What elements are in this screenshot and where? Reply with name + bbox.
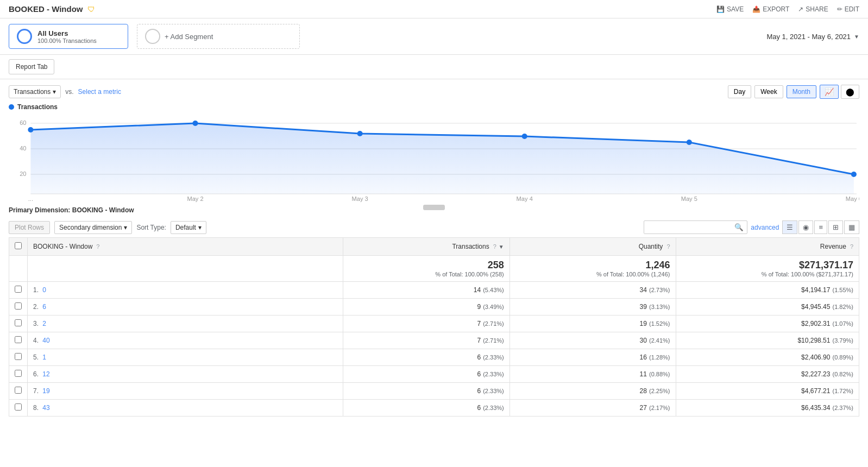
- time-controls: Day Week Month 📈 ⬤: [728, 85, 859, 99]
- chart-point: [357, 131, 363, 136]
- totals-rev-cell: $271,371.17 % of Total: 100.00% ($271,37…: [676, 256, 859, 282]
- row-trans-pct: (2.33%): [483, 354, 504, 361]
- date-range-picker[interactable]: May 1, 2021 - May 6, 2021 ▼: [766, 33, 859, 41]
- svg-text:20: 20: [20, 171, 26, 177]
- view-buttons: ☰ ◉ ≡ ⊞ ▦: [782, 220, 859, 234]
- line-chart-button[interactable]: 📈: [820, 85, 839, 99]
- row-number: 7.: [33, 387, 39, 395]
- plot-rows-button: Plot Rows: [9, 221, 50, 234]
- row-dim-value[interactable]: 19: [42, 387, 49, 395]
- row-dim-value[interactable]: 0: [42, 286, 46, 294]
- row-dim-value[interactable]: 2: [42, 320, 46, 327]
- row-trans-pct: (3.49%): [483, 304, 504, 310]
- metric-selector: Transactions ▾ vs. Select a metric: [9, 85, 121, 98]
- select-all-checkbox[interactable]: [15, 242, 22, 249]
- row-checkbox[interactable]: [15, 403, 22, 411]
- row-trans-cell: 7(2.71%): [343, 315, 510, 332]
- date-range-text: May 1, 2021 - May 6, 2021: [766, 33, 851, 41]
- row-checkbox[interactable]: [15, 286, 22, 293]
- row-qty-cell: 34(2.73%): [510, 282, 676, 299]
- total-revenue: $271,371.17: [799, 260, 853, 270]
- row-number: 4.: [33, 337, 39, 344]
- rev-help-icon[interactable]: ?: [850, 243, 853, 250]
- report-tab-button[interactable]: Report Tab: [9, 59, 54, 74]
- micro-view-button[interactable]: ▦: [844, 220, 859, 234]
- week-button[interactable]: Week: [754, 85, 783, 98]
- row-checkbox[interactable]: [15, 302, 22, 310]
- row-checkbox[interactable]: [15, 319, 22, 326]
- edit-button[interactable]: ✏ EDIT: [837, 5, 859, 13]
- data-view-button[interactable]: ☰: [782, 220, 797, 234]
- svg-text:May 2: May 2: [187, 195, 203, 202]
- row-rev-pct: (1.55%): [832, 287, 853, 293]
- month-button[interactable]: Month: [787, 85, 816, 98]
- sort-type-label: Sort Type:: [136, 224, 166, 231]
- day-button[interactable]: Day: [728, 85, 751, 98]
- row-number: 2.: [33, 303, 39, 311]
- row-dim-cell: 8. 43: [28, 400, 343, 416]
- qty-help-icon[interactable]: ?: [666, 243, 670, 250]
- total-quantity: 1,246: [645, 260, 670, 270]
- row-dim-cell: 5. 1: [28, 349, 343, 366]
- segment-circle: [17, 29, 32, 44]
- export-button[interactable]: 📤 EXPORT: [752, 5, 789, 13]
- advanced-link[interactable]: advanced: [751, 224, 779, 231]
- row-dim-value[interactable]: 40: [42, 337, 49, 344]
- table-section: Primary Dimension: BOOKING - Window Plot…: [0, 202, 868, 416]
- segment-sub: 100.00% Transactions: [37, 37, 97, 44]
- row-trans-pct: (2.71%): [483, 337, 504, 344]
- row-dim-value[interactable]: 1: [42, 354, 46, 361]
- row-qty-cell: 28(2.25%): [510, 383, 676, 400]
- row-dim-value[interactable]: 43: [42, 404, 49, 412]
- trans-help-icon[interactable]: ?: [493, 243, 496, 250]
- dropdown-chevron-icon: ▾: [124, 224, 127, 231]
- select-metric-link[interactable]: Select a metric: [78, 88, 121, 96]
- row-trans-cell: 9(3.49%): [343, 299, 510, 315]
- row-checkbox[interactable]: [15, 336, 22, 343]
- table-row: 6. 12 6(2.33%) 11(0.88%) $2,227.23(0.82%…: [9, 366, 859, 383]
- row-number: 6.: [33, 370, 39, 378]
- app-title: BOOKED - Window: [9, 4, 83, 14]
- transactions-column-header[interactable]: Transactions ? ▼: [343, 238, 510, 256]
- chart-scroll-handle[interactable]: [423, 205, 445, 210]
- row-check-cell: [9, 400, 28, 416]
- chart-legend: Transactions: [9, 101, 859, 115]
- save-button[interactable]: 💾 SAVE: [716, 5, 744, 13]
- row-qty-pct: (2.41%): [649, 337, 670, 344]
- row-qty-pct: (1.28%): [649, 354, 670, 361]
- search-input[interactable]: [644, 222, 731, 234]
- all-users-segment[interactable]: All Users 100.00% Transactions: [9, 24, 128, 49]
- row-rev-cell: $2,902.31(1.07%): [676, 315, 859, 332]
- row-checkbox[interactable]: [15, 370, 22, 377]
- row-rev-pct: (3.79%): [832, 337, 853, 344]
- pie-view-button[interactable]: ◉: [798, 220, 813, 234]
- row-checkbox[interactable]: [15, 387, 22, 394]
- row-qty-cell: 19(1.52%): [510, 315, 676, 332]
- dim-help-icon[interactable]: ?: [96, 243, 99, 250]
- sort-chevron-icon: ▾: [198, 224, 202, 231]
- comparison-view-button[interactable]: ≡: [814, 220, 827, 234]
- add-segment-button[interactable]: + Add Segment: [137, 24, 300, 49]
- share-button[interactable]: ↗ SHARE: [798, 5, 828, 13]
- row-checkbox[interactable]: [15, 353, 22, 360]
- pivot-view-button[interactable]: ⊞: [828, 220, 843, 234]
- edit-icon: ✏: [837, 5, 842, 13]
- row-trans-pct: (2.33%): [483, 405, 504, 411]
- search-button[interactable]: 🔍: [731, 221, 747, 234]
- sort-dropdown[interactable]: Default ▾: [171, 221, 206, 234]
- row-dim-cell: 4. 40: [28, 332, 343, 349]
- row-check-cell: [9, 383, 28, 400]
- pie-chart-button[interactable]: ⬤: [841, 85, 859, 99]
- row-qty-cell: 16(1.28%): [510, 349, 676, 366]
- revenue-column-header: Revenue ?: [676, 238, 859, 256]
- save-icon: 💾: [716, 5, 725, 13]
- row-dim-value[interactable]: 12: [42, 370, 49, 378]
- metric-dropdown[interactable]: Transactions ▾: [9, 85, 61, 98]
- row-dim-value[interactable]: 6: [42, 303, 46, 311]
- total-revenue-pct: % of Total: 100.00% ($271,371.17): [682, 271, 854, 277]
- metric-label: Transactions: [14, 88, 51, 96]
- row-qty-pct: (1.52%): [649, 320, 670, 327]
- secondary-dim-dropdown[interactable]: Secondary dimension ▾: [54, 221, 132, 234]
- row-qty-cell: 27(2.17%): [510, 400, 676, 416]
- row-trans-cell: 6(2.33%): [343, 383, 510, 400]
